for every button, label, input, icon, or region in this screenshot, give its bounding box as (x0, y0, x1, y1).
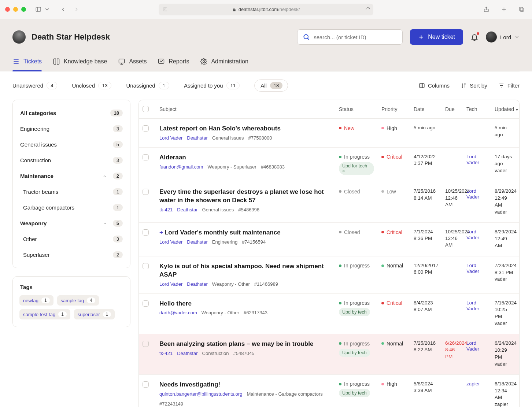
tech-link[interactable]: Lord Vader (466, 188, 479, 200)
row-checkbox[interactable] (143, 300, 149, 307)
ticket-title[interactable]: Been analyzing station plans – we may be… (159, 340, 332, 348)
new-tab-icon[interactable] (498, 4, 509, 15)
chevron-up-icon[interactable] (103, 221, 107, 226)
row-checkbox[interactable] (143, 154, 149, 160)
filter-assigned-to-you[interactable]: Assigned to you11 (184, 82, 240, 89)
tickets-icon (12, 58, 20, 65)
tab-knowledge-base[interactable]: Knowledge base (53, 53, 107, 71)
table-row[interactable]: Hello there darth@vader.comWeaponry - Ot… (139, 293, 519, 334)
share-icon[interactable] (481, 4, 492, 15)
back-button[interactable] (58, 4, 69, 15)
category-other[interactable]: Other3 (19, 231, 124, 247)
col-updated[interactable]: Updated▼ (491, 100, 519, 119)
filter-unclosed[interactable]: Unclosed13 (72, 82, 111, 89)
category-maintenance[interactable]: Maintenance2 (19, 168, 124, 184)
row-checkbox[interactable] (143, 125, 149, 132)
columns-button[interactable]: Columns (419, 82, 450, 89)
close-window[interactable] (5, 7, 10, 12)
category-general-issues[interactable]: General issues5 (19, 137, 124, 152)
category-garbage-compactors[interactable]: Garbage compactors1 (19, 200, 124, 215)
tech-link[interactable]: Lord Vader (466, 340, 479, 352)
status-badge: Closed (339, 189, 360, 195)
col-status[interactable]: Status (335, 100, 378, 119)
categories-panel: All categories18 Engineering3 General is… (12, 100, 130, 268)
new-ticket-button[interactable]: New ticket (410, 29, 463, 45)
chevron-down-icon[interactable] (44, 4, 50, 15)
category-superlaser[interactable]: Superlaser2 (19, 247, 124, 263)
search-input[interactable] (314, 34, 397, 40)
category-tractor-beams[interactable]: Tractor beams1 (19, 184, 124, 200)
row-checkbox[interactable] (143, 341, 149, 347)
filter-unassigned[interactable]: Unassigned1 (126, 82, 169, 89)
reload-icon[interactable] (365, 7, 370, 12)
close-icon[interactable]: × (342, 169, 345, 174)
ticket-title[interactable]: Needs investigating! (159, 381, 332, 389)
category-weaponry[interactable]: Weaponry5 (19, 215, 124, 231)
tech-link[interactable]: Lord Vader (466, 154, 479, 165)
tab-reports[interactable]: Reports (158, 53, 189, 71)
tag-chip[interactable]: sample tag4 (57, 295, 99, 306)
table-row[interactable]: Every time the superlaser destroys a pla… (139, 182, 519, 223)
row-checkbox[interactable] (143, 229, 149, 236)
tag-chip[interactable]: newtag1 (19, 295, 53, 306)
tag-chip[interactable]: sample test tag1 (19, 309, 70, 319)
chevron-up-icon[interactable] (103, 174, 107, 178)
filter-button[interactable]: Filter (498, 82, 520, 89)
tag-chip[interactable]: superlaser1 (74, 309, 115, 319)
ticket-title[interactable]: Latest report on Han Solo's whereabouts (159, 125, 332, 133)
category-all[interactable]: All categories18 (19, 105, 124, 121)
table-row[interactable]: Been analyzing station plans – we may be… (139, 334, 519, 375)
assets-icon (118, 58, 125, 65)
ticket-title[interactable]: Hello there (159, 300, 332, 308)
sort-by-button[interactable]: Sort by (461, 82, 487, 89)
row-checkbox[interactable] (143, 381, 149, 388)
address-bar[interactable]: deathstar.jitbit.com/helpdesk/ (159, 4, 373, 15)
table-row[interactable]: Alderaan fuandon@gmail.comWeaponry - Sup… (139, 147, 519, 182)
ticket-title[interactable]: +Lord Vader's monthly suit maintenance (159, 229, 332, 237)
tech-link[interactable]: Lord Vader (466, 300, 479, 311)
updated-cell: 8/29/202412:49 AMvader (495, 188, 516, 216)
tech-link[interactable]: Lord Vader (466, 229, 479, 240)
row-checkbox[interactable] (143, 189, 149, 195)
tab-tickets[interactable]: Tickets (12, 53, 42, 71)
forward-button[interactable] (71, 4, 82, 15)
search-box[interactable] (297, 29, 403, 45)
ticket-title[interactable]: Kylo is out of his special shampoo. Need… (159, 262, 332, 279)
table-row[interactable]: +Lord Vader's monthly suit maintenance L… (139, 223, 519, 256)
user-menu[interactable]: Lord (486, 32, 520, 42)
col-subject[interactable]: Subject (156, 100, 335, 119)
priority-badge: High (381, 381, 397, 387)
table-row[interactable]: Latest report on Han Solo's whereabouts … (139, 119, 519, 148)
ticket-title[interactable]: Every time the superlaser destroys a pla… (159, 188, 332, 205)
notifications-button[interactable] (470, 33, 479, 41)
tech-link[interactable]: Lord Vader (466, 263, 479, 274)
window-controls (5, 7, 26, 12)
tech-link[interactable]: zapier (466, 381, 480, 386)
filter-icon (498, 82, 505, 89)
category-engineering[interactable]: Engineering3 (19, 121, 124, 137)
columns-icon (419, 82, 425, 89)
table-row[interactable]: Needs investigating! quinton.bangerter@b… (139, 374, 519, 407)
row-checkbox[interactable] (143, 263, 149, 269)
table-header-row: Subject Status Priority Date Due Tech Up… (139, 100, 519, 119)
zoom-window[interactable] (21, 7, 26, 12)
col-due[interactable]: Due (442, 100, 463, 119)
select-all-checkbox[interactable] (143, 106, 149, 112)
col-date[interactable]: Date (410, 100, 442, 119)
category-construction[interactable]: Construction3 (19, 152, 124, 168)
reader-icon[interactable] (162, 7, 168, 12)
gear-icon (200, 58, 207, 65)
tab-administration[interactable]: Administration (200, 53, 248, 71)
filter-unanswered[interactable]: Unanswered4 (12, 82, 57, 89)
col-tech[interactable]: Tech (463, 100, 491, 119)
minimize-window[interactable] (13, 7, 18, 12)
col-priority[interactable]: Priority (378, 100, 410, 119)
tabs-icon[interactable] (516, 4, 527, 15)
filter-all[interactable]: All18 (254, 79, 288, 92)
tab-assets[interactable]: Assets (118, 53, 147, 71)
table-row[interactable]: Kylo is out of his special shampoo. Need… (139, 256, 519, 293)
url-host: deathstar.jitbit.com/helpdesk/ (239, 7, 300, 12)
ticket-title[interactable]: Alderaan (159, 153, 332, 162)
sidebar-toggle-icon[interactable] (33, 4, 44, 15)
updated-cell: 8/29/202412:49 AM (495, 229, 516, 249)
